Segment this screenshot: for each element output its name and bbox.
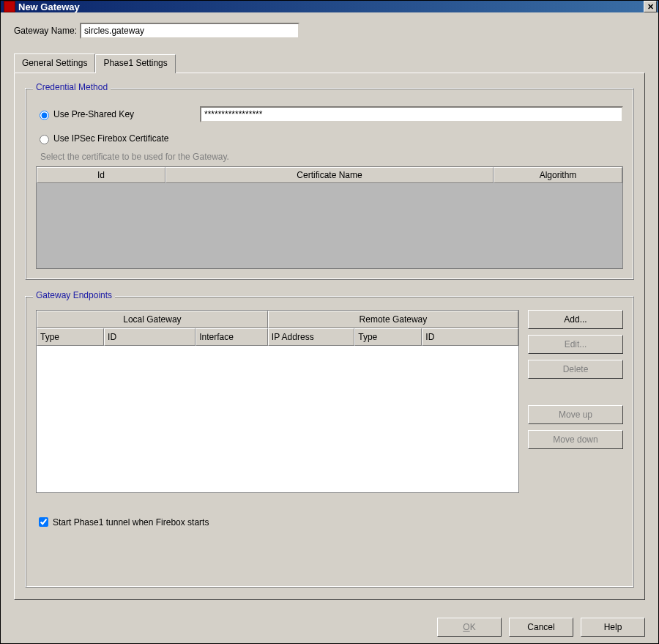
app-icon bbox=[4, 1, 15, 12]
gateway-endpoints-group: Gateway Endpoints Local Gateway Remote G… bbox=[25, 296, 634, 588]
endpoints-table: Local Gateway Remote Gateway Type ID Int… bbox=[36, 310, 519, 493]
ok-rest: K bbox=[470, 622, 476, 632]
tab-panel-general: Credential Method Use Pre-Shared Key Use… bbox=[14, 73, 645, 600]
delete-button[interactable]: Delete bbox=[528, 360, 623, 379]
endpoints-remote-header[interactable]: Remote Gateway bbox=[268, 311, 518, 328]
cert-radio-label: Use IPSec Firebox Certificate bbox=[53, 133, 168, 144]
button-spacer bbox=[528, 385, 623, 399]
ep-col-type[interactable]: Type bbox=[37, 328, 104, 346]
ep-col-rid[interactable]: ID bbox=[422, 328, 518, 346]
psk-input[interactable] bbox=[200, 106, 623, 122]
endpoints-group-header: Local Gateway Remote Gateway bbox=[37, 311, 518, 328]
cert-table-body bbox=[37, 183, 622, 268]
cert-col-id[interactable]: Id bbox=[37, 167, 165, 183]
gateway-name-row: Gateway Name: bbox=[14, 23, 645, 39]
ok-underline: O bbox=[463, 622, 469, 632]
start-tunnel-checkbox[interactable] bbox=[39, 517, 48, 527]
start-tunnel-label: Start Phase1 tunnel when Firebox starts bbox=[53, 517, 209, 528]
ep-col-iface[interactable]: Interface bbox=[196, 328, 268, 346]
edit-button[interactable]: Edit... bbox=[528, 335, 623, 354]
ep-col-ip[interactable]: IP Address bbox=[268, 328, 354, 346]
psk-radio-row: Use Pre-Shared Key bbox=[36, 106, 623, 122]
psk-radio-label: Use Pre-Shared Key bbox=[53, 109, 178, 119]
tab-strip: General Settings Phase1 Settings bbox=[14, 53, 645, 73]
tab-phase1-settings[interactable]: Phase1 Settings bbox=[95, 54, 175, 73]
help-button[interactable]: Help bbox=[581, 618, 645, 637]
credential-method-group: Credential Method Use Pre-Shared Key Use… bbox=[25, 88, 634, 280]
psk-radio[interactable] bbox=[40, 111, 49, 120]
cert-col-name[interactable]: Certificate Name bbox=[165, 167, 494, 183]
tab-general-settings[interactable]: General Settings bbox=[14, 53, 95, 73]
dialog-buttons: OK Cancel Help bbox=[1, 607, 658, 644]
dialog-window: New Gateway ✕ Gateway Name: General Sett… bbox=[0, 0, 659, 644]
endpoints-col-header: Type ID Interface IP Address Type ID bbox=[37, 328, 518, 346]
gateway-endpoints-legend: Gateway Endpoints bbox=[33, 290, 115, 300]
ok-button[interactable]: OK bbox=[437, 618, 502, 637]
start-tunnel-row: Start Phase1 tunnel when Firebox starts bbox=[36, 515, 623, 529]
close-icon[interactable]: ✕ bbox=[644, 1, 657, 12]
cert-col-algo[interactable]: Algorithm bbox=[494, 167, 622, 183]
titlebar: New Gateway ✕ bbox=[1, 1, 658, 12]
cancel-button[interactable]: Cancel bbox=[509, 618, 573, 637]
dialog-content: Gateway Name: General Settings Phase1 Se… bbox=[1, 12, 658, 607]
endpoints-table-body bbox=[37, 346, 518, 491]
cert-hint: Select the certificate to be used for th… bbox=[40, 152, 623, 162]
window-title: New Gateway bbox=[18, 1, 644, 12]
add-button[interactable]: Add... bbox=[528, 310, 623, 329]
gateway-name-label: Gateway Name: bbox=[14, 26, 77, 36]
cert-table-header: Id Certificate Name Algorithm bbox=[37, 167, 622, 183]
endpoints-buttons: Add... Edit... Delete Move up Move down bbox=[528, 310, 623, 493]
endpoints-local-header[interactable]: Local Gateway bbox=[37, 311, 268, 328]
gateway-name-input[interactable] bbox=[80, 23, 299, 39]
cert-table: Id Certificate Name Algorithm bbox=[36, 166, 623, 269]
credential-method-legend: Credential Method bbox=[33, 82, 111, 92]
ep-col-rtype[interactable]: Type bbox=[354, 328, 422, 346]
endpoints-inner: Local Gateway Remote Gateway Type ID Int… bbox=[36, 310, 623, 493]
ep-col-id[interactable]: ID bbox=[104, 328, 196, 346]
cert-radio[interactable] bbox=[40, 135, 49, 144]
cert-radio-row: Use IPSec Firebox Certificate bbox=[36, 133, 623, 144]
move-up-button[interactable]: Move up bbox=[528, 405, 623, 424]
tabs: General Settings Phase1 Settings Credent… bbox=[14, 53, 645, 600]
move-down-button[interactable]: Move down bbox=[528, 430, 623, 449]
